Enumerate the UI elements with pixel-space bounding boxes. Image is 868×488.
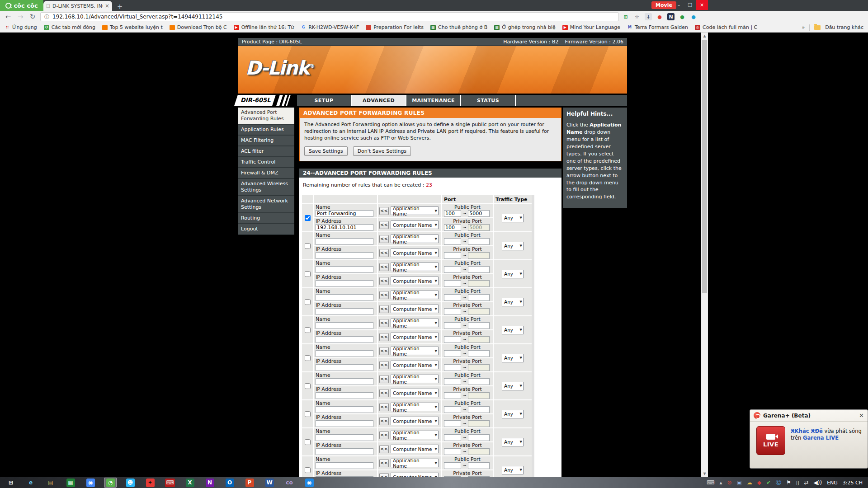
maximize-button[interactable]: ❐: [684, 0, 696, 10]
scroll-down-arrow[interactable]: ▼: [701, 470, 708, 477]
taskbar-app-icon[interactable]: ⊞: [5, 478, 17, 488]
scrollbar-thumb[interactable]: [702, 40, 707, 293]
copy-application-button[interactable]: <<: [379, 291, 389, 299]
copy-computer-button[interactable]: <<: [379, 277, 389, 285]
rule-ip-input[interactable]: [316, 280, 373, 287]
toolbar-extension-icon[interactable]: ●: [679, 13, 686, 20]
coccoc-brand[interactable]: cốc cốc: [0, 0, 43, 11]
rule-ip-input[interactable]: [316, 364, 373, 371]
toolbar-extension-icon[interactable]: ●: [656, 13, 663, 20]
copy-computer-button[interactable]: <<: [379, 361, 389, 369]
taskbar-app-icon[interactable]: X: [184, 478, 196, 488]
copy-computer-button[interactable]: <<: [379, 221, 389, 229]
garena-close-icon[interactable]: ✕: [859, 412, 864, 419]
bookmark-item[interactable]: M Terra Formars Gaiden: [627, 24, 688, 30]
taskbar-app-icon[interactable]: ⌨: [164, 478, 176, 488]
router-nav-tab[interactable]: ADVANCED: [352, 95, 406, 106]
tray-icon[interactable]: Ⓒ: [776, 480, 781, 485]
rule-name-input[interactable]: [316, 406, 373, 413]
private-port-from-input[interactable]: [444, 280, 461, 287]
sidebar-menu-item[interactable]: Routing: [238, 213, 294, 224]
router-nav-tab[interactable]: MAINTENANCE: [406, 95, 461, 106]
tray-icon[interactable]: ▣: [736, 480, 741, 485]
garena-live-tile[interactable]: LIVE: [756, 426, 785, 455]
public-port-to-input[interactable]: [468, 210, 490, 217]
public-port-to-input[interactable]: [468, 266, 490, 273]
sidebar-menu-item[interactable]: Logout: [238, 224, 294, 235]
copy-computer-button[interactable]: <<: [379, 473, 389, 478]
copy-application-button[interactable]: <<: [379, 375, 389, 383]
computer-name-select[interactable]: Computer Name ▼: [391, 361, 439, 369]
rule-name-input[interactable]: [316, 210, 373, 217]
private-port-from-input[interactable]: [444, 308, 461, 315]
public-port-from-input[interactable]: [444, 378, 461, 385]
rule-ip-input[interactable]: [316, 224, 373, 231]
minimize-button[interactable]: –: [673, 0, 684, 10]
public-port-to-input[interactable]: [468, 434, 490, 441]
rule-enable-checkbox[interactable]: [305, 215, 311, 221]
bookmark-item[interactable]: ◎ Code lách full màn | C: [695, 24, 757, 30]
public-port-from-input[interactable]: [444, 434, 461, 441]
bookmark-item[interactable]: ▦ Ở ghép trong nhà biệ: [494, 24, 556, 30]
copy-computer-button[interactable]: <<: [379, 249, 389, 257]
sidebar-menu-item[interactable]: MAC Filtering: [238, 136, 294, 146]
public-port-to-input[interactable]: [468, 406, 490, 413]
rule-enable-checkbox[interactable]: [305, 467, 311, 473]
copy-application-button[interactable]: <<: [379, 431, 389, 439]
back-button[interactable]: ←: [4, 13, 13, 21]
router-nav-tab[interactable]: STATUS: [461, 95, 516, 106]
traffic-type-select[interactable]: Any ▼: [502, 326, 524, 334]
bookmarks-overflow-button[interactable]: »: [802, 24, 805, 30]
rule-name-input[interactable]: [316, 378, 373, 385]
private-port-to-input[interactable]: [468, 392, 490, 399]
taskbar-app-icon[interactable]: ◉: [303, 478, 316, 488]
public-port-to-input[interactable]: [468, 294, 490, 301]
sidebar-menu-item[interactable]: Firewall & DMZ: [238, 168, 294, 179]
computer-name-select[interactable]: Computer Name ▼: [391, 305, 439, 313]
rule-name-input[interactable]: [316, 350, 373, 357]
rule-name-input[interactable]: [316, 434, 373, 441]
router-nav-tab[interactable]: SETUP: [297, 95, 352, 106]
scrollbar[interactable]: ▲ ▼: [701, 33, 708, 477]
bookmark-item[interactable]: ▶ Offline lần thứ 16: Từ: [234, 24, 294, 30]
tab-close-icon[interactable]: ×: [105, 3, 109, 9]
tray-icon[interactable]: ◆: [757, 480, 761, 485]
taskbar-app-icon[interactable]: P: [243, 478, 256, 488]
computer-name-select[interactable]: Computer Name ▼: [391, 473, 439, 477]
taskbar-app-icon[interactable]: N: [203, 478, 216, 488]
movie-button[interactable]: Movie: [651, 1, 676, 9]
traffic-type-select[interactable]: Any ▼: [502, 410, 524, 418]
rule-name-input[interactable]: [316, 238, 373, 245]
toolbar-extension-icon[interactable]: ↓: [645, 13, 652, 20]
address-bar[interactable]: ⓘ 192.168.10.1/Advanced/Virtual_Server.a…: [40, 12, 619, 21]
rule-ip-input[interactable]: [316, 448, 373, 455]
private-port-from-input[interactable]: [444, 364, 461, 371]
tray-icon[interactable]: ⇄: [804, 480, 808, 485]
traffic-type-select[interactable]: Any ▼: [502, 466, 524, 474]
private-port-from-input[interactable]: [444, 448, 461, 455]
application-name-select[interactable]: Application Name ▼: [391, 403, 439, 411]
computer-name-select[interactable]: Computer Name ▼: [391, 389, 439, 397]
computer-name-select[interactable]: Computer Name ▼: [391, 445, 439, 453]
copy-application-button[interactable]: <<: [379, 235, 389, 243]
site-info-icon[interactable]: ⓘ: [44, 14, 49, 20]
public-port-to-input[interactable]: [468, 350, 490, 357]
sidebar-menu-item[interactable]: Advanced Port Forwarding Rules: [238, 108, 294, 125]
toolbar-extension-icon[interactable]: N: [667, 13, 675, 20]
taskbar-app-icon[interactable]: e: [24, 478, 37, 488]
rule-enable-checkbox[interactable]: [305, 299, 311, 305]
private-port-to-input[interactable]: [468, 308, 490, 315]
bookmark-item[interactable]: ↺ Các tab mới đóng: [44, 24, 95, 30]
close-button[interactable]: ✕: [696, 0, 708, 10]
copy-application-button[interactable]: <<: [379, 459, 389, 467]
private-port-from-input[interactable]: [444, 420, 461, 427]
public-port-from-input[interactable]: [444, 210, 461, 217]
sidebar-menu-item[interactable]: Advanced Network Settings: [238, 196, 294, 213]
bookmark-item[interactable]: Download Trọn bộ C: [170, 24, 227, 30]
public-port-to-input[interactable]: [468, 238, 490, 245]
toolbar-extension-icon[interactable]: ⊞: [622, 13, 629, 20]
rule-ip-input[interactable]: [316, 308, 373, 315]
reload-button[interactable]: ↻: [28, 13, 37, 21]
application-name-select[interactable]: Application Name ▼: [391, 235, 439, 243]
tray-icon[interactable]: ⌨: [707, 480, 714, 485]
